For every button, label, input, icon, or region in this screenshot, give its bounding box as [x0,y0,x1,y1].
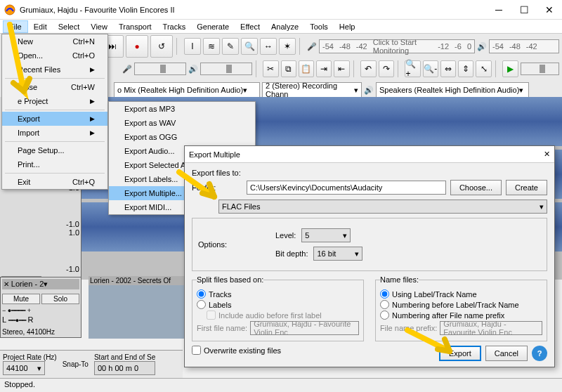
svg-point-0 [5,5,15,15]
menu-effect[interactable]: Effect [235,21,266,32]
waveform-display-2[interactable]: Lorien - 2002 - Secrets Of [89,277,184,339]
level-combo[interactable]: 5▾ [301,228,351,242]
help-icon[interactable]: ? [532,346,547,361]
dialog-titlebar: Export Multiple ✕ [185,146,554,163]
fit-selection-button[interactable]: ⇔ [440,60,456,77]
record-meter[interactable]: -54-48-42 Click to Start Monitoring -12-… [319,39,475,53]
name-opt1-radio[interactable] [380,289,389,299]
create-button[interactable]: Create [506,180,547,195]
file-exit[interactable]: ExitCtrl+Q [2,175,107,189]
play-meter[interactable]: -54-48-42 [489,39,559,53]
menu-view[interactable]: View [85,21,113,32]
mute-button[interactable]: Mute [2,294,40,304]
bitdepth-label: Bit depth: [275,249,308,258]
export-ogg[interactable]: Export as OGG [109,130,255,144]
zoom-in-button[interactable]: 🔍+ [405,60,420,77]
export-button[interactable]: Export [439,346,481,361]
file-close[interactable]: CloseCtrl+W [2,80,107,94]
prefix-input: Grumiaux, Hajdu - Favourite Violin Enc [440,321,542,335]
split-fieldset: Split files based on: Tracks Labels Incl… [192,275,364,341]
close-button[interactable]: ✕ [537,0,562,20]
speaker-meter-icon: 🔊 [477,42,487,51]
envelope-tool[interactable]: ≋ [203,38,220,55]
timeshift-tool[interactable]: ↔ [260,38,277,55]
export-wav[interactable]: Export as WAV [109,116,255,130]
choose-button[interactable]: Choose... [450,180,502,195]
zoom-out-button[interactable]: 🔍- [423,60,438,77]
play-speed-slider[interactable] [521,63,559,75]
playback-device-combo[interactable]: Speakers (Realtek High Definition Audio)… [376,82,529,98]
titlebar: Grumiaux, Hajdu - Favourite Violin Encor… [0,0,562,20]
name-fieldset: Name files: Using Label/Track Name Numbe… [375,275,547,341]
undo-button[interactable]: ↶ [360,60,376,77]
menu-select[interactable]: Select [53,21,86,32]
menu-analyze[interactable]: Analyze [266,21,304,32]
split-labels-radio[interactable] [197,300,206,309]
file-new[interactable]: NewCtrl+N [2,34,107,48]
project-rate-combo[interactable]: 44100▾ [3,361,45,375]
split-tracks-radio[interactable] [197,289,206,299]
solo-button[interactable]: Solo [41,294,79,304]
file-save-project[interactable]: e Project▶ [2,94,107,108]
file-export[interactable]: Export▶ [2,112,107,126]
options-label: Options: [198,240,233,249]
menu-file[interactable]: File [3,20,28,33]
first-name-input: Grumiaux, Hajdu - Favourite Violin Enc [250,321,359,335]
track2-name-dropdown[interactable]: ✕ Lorien - 2▾ [2,279,79,289]
trim-button[interactable]: ⇥ [316,60,332,77]
time-display[interactable]: 00 h 00 m 0 [94,361,155,375]
dialog-close-icon[interactable]: ✕ [544,150,550,159]
selection-tool[interactable]: I [184,38,201,55]
file-import[interactable]: Import▶ [2,126,107,140]
folder-input[interactable]: C:\Users\Kevincy\Documents\Audacity [247,181,446,195]
file-recent[interactable]: Recent Files▶ [2,63,107,77]
zoom-toggle-button[interactable]: ⤡ [476,60,491,77]
name-opt2-radio[interactable] [380,300,389,309]
zoom-tool[interactable]: 🔍 [241,38,258,55]
mic-meter-icon: 🎤 [307,42,317,51]
silence-button[interactable]: ⇤ [334,60,349,77]
menu-generate[interactable]: Generate [191,21,235,32]
redo-button[interactable]: ↷ [379,60,394,77]
loop-button[interactable]: ↺ [150,35,173,58]
status-bar: Stopped. [0,378,562,392]
selection-label: Start and End of Se [94,353,155,361]
maximize-button[interactable]: ☐ [511,0,537,20]
window-title: Grumiaux, Hajdu - Favourite Violin Encor… [20,6,486,14]
fit-project-button[interactable]: ⇕ [458,60,473,77]
minimize-button[interactable]: ─ [486,0,511,20]
playback-volume-slider[interactable] [200,63,252,75]
play-at-speed-button[interactable]: ▶ [502,60,518,77]
speaker-device-icon: 🔊 [364,86,374,95]
folder-label: Folder: [192,183,242,192]
snap-label: Snap-To [63,360,89,368]
track-control-panel-2[interactable]: ✕ Lorien - 2▾ Mute Solo − ●━━━━ + L ━━●━… [0,277,81,338]
cancel-button[interactable]: Cancel [485,346,528,361]
file-page-setup[interactable]: Page Setup... [2,143,107,157]
copy-button[interactable]: ⧉ [281,60,296,77]
name-opt3-radio[interactable] [380,311,389,320]
channels-combo[interactable]: 2 (Stereo) Recording Chann ▾ [262,82,362,98]
draw-tool[interactable]: ✎ [222,38,239,55]
cut-button[interactable]: ✂ [263,60,278,77]
menu-edit[interactable]: Edit [28,21,53,32]
menu-transport[interactable]: Transport [113,21,157,32]
paste-button[interactable]: 📋 [299,60,314,77]
overwrite-checkbox[interactable] [192,346,201,355]
menu-tracks[interactable]: Tracks [157,21,192,32]
mic-vol-icon: 🎤 [122,65,132,74]
export-mp3[interactable]: Export as MP3 [109,102,255,116]
record-volume-slider[interactable] [134,63,186,75]
multi-tool[interactable]: ✶ [279,38,296,55]
menu-help[interactable]: Help [334,21,361,32]
record-device-combo[interactable]: o Mix (Realtek High Definition Audio) ▾ [114,82,260,98]
file-open[interactable]: Open...Ctrl+O [2,48,107,63]
menu-tools[interactable]: Tools [304,21,334,32]
format-combo[interactable]: FLAC Files▾ [218,200,547,214]
file-print[interactable]: Print... [2,157,107,171]
record-button[interactable]: ● [126,35,148,58]
bitdepth-combo[interactable]: 16 bit▾ [313,247,362,261]
project-rate-label: Project Rate (Hz) [3,353,57,361]
track2-rate-label: Stereo, 44100Hz [2,328,79,336]
track2-clip-label: Lorien - 2002 - Secrets Of [89,276,184,285]
